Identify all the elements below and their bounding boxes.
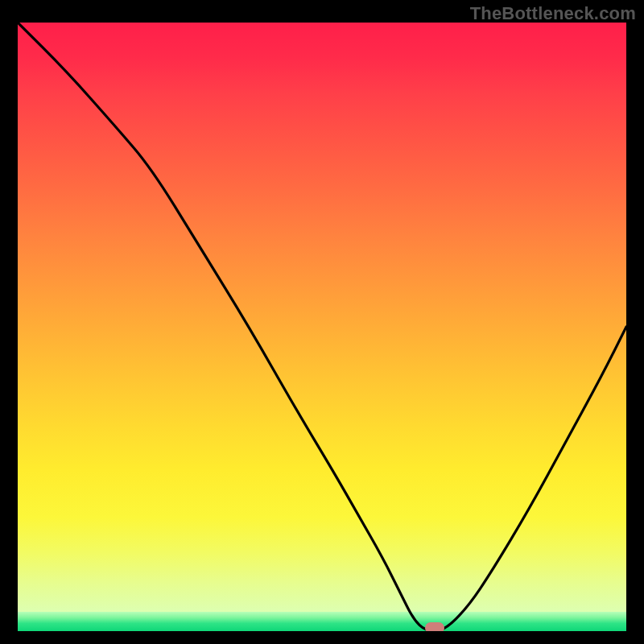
watermark-text: TheBottleneck.com: [470, 3, 636, 24]
bottleneck-curve: [18, 23, 626, 631]
curve-path: [18, 23, 626, 631]
chart-frame: TheBottleneck.com: [0, 0, 644, 644]
plot-area: [18, 23, 626, 631]
optimal-point-marker: [425, 622, 444, 631]
